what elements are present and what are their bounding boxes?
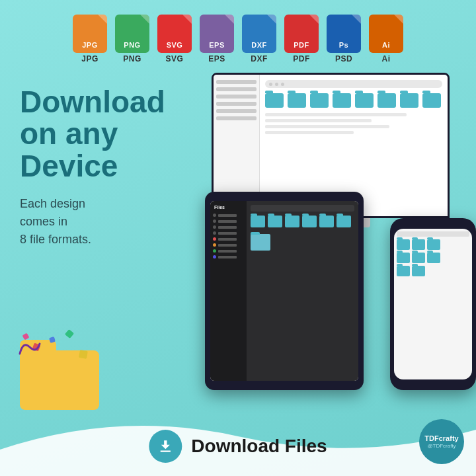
subtext-line2: comes in <box>20 215 67 228</box>
png-icon-shape: PNG <box>115 15 149 53</box>
confetti-3 <box>65 329 74 338</box>
eps-label: EPS <box>208 54 225 63</box>
file-icon-png: PNG PNG <box>115 15 149 63</box>
pdf-label: PDF <box>293 54 310 63</box>
file-icon-pdf: PDF PDF <box>284 15 319 63</box>
main-container: JPG JPG PNG PNG SVG SVG EPS EPS DXF DXF … <box>0 0 476 476</box>
psd-label: PSD <box>335 54 352 63</box>
headline-text: Downloadon anyDevice <box>20 86 165 182</box>
file-icon-eps: EPS EPS <box>200 15 234 63</box>
file-icon-dxf: DXF DXF <box>242 15 276 63</box>
file-icon-psd: Ps PSD <box>327 15 361 63</box>
eps-icon-shape: EPS <box>200 15 234 53</box>
subtext: Each design comes in 8 file formats. <box>20 195 165 249</box>
ai-label: Ai <box>382 54 391 63</box>
brand-badge: TDFcrafty @TDFcrafty <box>419 419 464 464</box>
download-bar[interactable]: Download Files <box>149 430 327 463</box>
file-icon-svg: SVG SVG <box>157 15 192 63</box>
brand-handle: @TDFcrafty <box>427 443 456 449</box>
pdf-icon-shape: PDF <box>284 15 319 53</box>
dxf-icon-shape: DXF <box>242 15 276 53</box>
download-label: Download Files <box>191 436 327 457</box>
psd-icon-shape: Ps <box>327 15 361 53</box>
svg-label: SVG <box>166 54 184 63</box>
file-icon-jpg: JPG JPG <box>73 15 107 63</box>
screen-folders <box>265 93 442 108</box>
dxf-label: DXF <box>251 54 268 63</box>
subtext-line3: 8 file formats. <box>20 233 91 246</box>
jpg-label: JPG <box>81 54 99 63</box>
tablet-device: Files <box>205 192 364 390</box>
svg-icon-shape: SVG <box>157 15 192 53</box>
tablet-sidebar: Files <box>210 201 247 381</box>
left-content: Downloadon anyDevice Each design comes i… <box>20 86 165 249</box>
file-formats-row: JPG JPG PNG PNG SVG SVG EPS EPS DXF DXF … <box>0 0 476 70</box>
confetti-4 <box>79 350 88 359</box>
squiggle-icon <box>13 334 46 360</box>
ai-icon-shape: Ai <box>369 15 403 53</box>
png-label: PNG <box>123 54 141 63</box>
jpg-icon-shape: JPG <box>73 15 107 53</box>
brand-name: TDFcrafty <box>424 434 458 443</box>
tablet-main <box>247 201 358 381</box>
download-arrow-icon <box>157 438 174 455</box>
tablet-screen: Files <box>210 201 358 381</box>
phone-device <box>390 218 476 390</box>
devices-area: Files <box>198 73 476 390</box>
file-icon-ai: Ai Ai <box>369 15 403 63</box>
subtext-line1: Each design <box>20 197 85 210</box>
phone-screen <box>394 229 472 379</box>
download-icon-circle[interactable] <box>149 430 182 463</box>
